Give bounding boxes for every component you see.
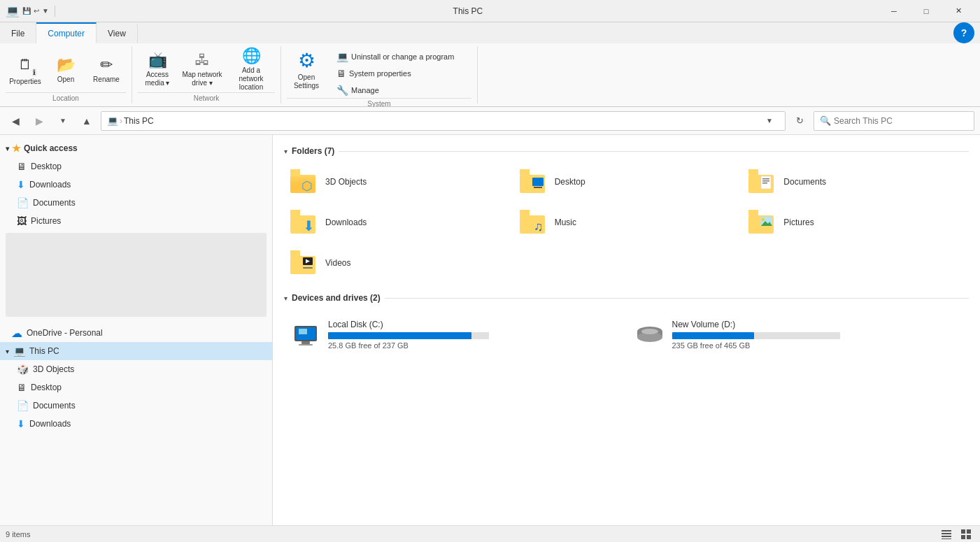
tab-computer[interactable]: Computer bbox=[36, 22, 97, 43]
folders-section-header[interactable]: ▾ Folders (7) bbox=[284, 146, 969, 156]
svg-rect-40 bbox=[942, 533, 951, 534]
sidebar-item-3d-objects[interactable]: 🎲 3D Objects bbox=[0, 360, 272, 378]
tiles-view-button[interactable] bbox=[958, 527, 974, 542]
ribbon-tabs: File Computer View ? bbox=[0, 22, 980, 43]
3d-objects-folder-icon: ⬡ bbox=[290, 168, 318, 196]
item-count: 9 items bbox=[6, 530, 30, 539]
address-bar: ◀ ▶ ▼ ▲ 💻 › This PC ▼ ↻ 🔍 bbox=[0, 107, 980, 135]
details-view-button[interactable] bbox=[938, 527, 955, 542]
sidebar-item-desktop-thispc[interactable]: 🖥 Desktop bbox=[0, 378, 272, 397]
close-button[interactable]: ✕ bbox=[942, 0, 974, 22]
access-media-button[interactable]: 📺 Accessmedia ▾ bbox=[138, 46, 177, 92]
rename-icon: ✏ bbox=[100, 56, 113, 74]
quick-access-save[interactable]: 💾 bbox=[22, 7, 31, 15]
drive-c-bar-bg bbox=[328, 332, 489, 339]
folder-item-music[interactable]: ♫ Music bbox=[513, 204, 740, 241]
status-bar: 9 items bbox=[0, 525, 980, 542]
folder-item-desktop[interactable]: Desktop bbox=[513, 163, 740, 201]
quick-access-chevron: ▾ bbox=[6, 145, 9, 152]
title-bar-icons: 💻 💾 ↩ ▼ bbox=[6, 4, 58, 17]
open-settings-button[interactable]: ⚙ OpenSettings bbox=[287, 46, 326, 92]
map-network-drive-button[interactable]: 🖧 Map networkdrive ▾ bbox=[178, 46, 226, 92]
uninstall-button[interactable]: 💻 Uninstall or change a program bbox=[332, 49, 471, 64]
tab-view[interactable]: View bbox=[97, 22, 138, 43]
sidebar-item-desktop[interactable]: 🖥 Desktop 📌 bbox=[0, 157, 272, 176]
sidebar-downloads-thispc-label: Downloads bbox=[29, 419, 71, 429]
sidebar-item-documents[interactable]: 📄 Documents 📌 bbox=[0, 194, 272, 212]
drives-chevron-icon: ▾ bbox=[284, 294, 287, 302]
svg-marker-4 bbox=[520, 169, 530, 175]
folder-item-3d-objects[interactable]: ⬡ 3D Objects bbox=[284, 163, 511, 201]
search-input[interactable] bbox=[834, 116, 968, 126]
svg-rect-7 bbox=[534, 187, 542, 188]
onedrive-label: OneDrive - Personal bbox=[27, 328, 103, 338]
path-dropdown-button[interactable]: ▼ bbox=[760, 111, 779, 131]
rename-button[interactable]: ✏ Rename bbox=[87, 46, 126, 92]
sidebar-item-thispc[interactable]: ▾ 💻 This PC bbox=[0, 342, 272, 360]
sidebar-item-documents-thispc[interactable]: 📄 Documents bbox=[0, 397, 272, 415]
app-icon: 💻 bbox=[6, 4, 20, 17]
path-segment-computer[interactable]: 💻 bbox=[107, 115, 118, 126]
manage-button[interactable]: 🔧 Manage bbox=[332, 83, 471, 98]
sidebar-item-onedrive[interactable]: ☁ OneDrive - Personal bbox=[0, 324, 272, 342]
drive-d-info: New Volume (D:) 235 GB free of 465 GB bbox=[672, 320, 963, 350]
quick-access-header[interactable]: ▾ ★ Quick access bbox=[0, 139, 272, 157]
quick-access-dropdown[interactable]: ▼ bbox=[42, 7, 49, 15]
open-button[interactable]: 📂 Open bbox=[46, 46, 85, 92]
properties-button[interactable]: 🗒 ℹ Properties bbox=[6, 46, 45, 92]
drives-section-header[interactable]: ▾ Devices and drives (2) bbox=[284, 293, 969, 303]
sidebar: ▾ ★ Quick access 🖥 Desktop 📌 ⬇ Downloads… bbox=[0, 135, 273, 525]
drives-section-title: Devices and drives (2) bbox=[292, 293, 381, 303]
onedrive-icon: ☁ bbox=[11, 327, 22, 340]
up-button[interactable]: ▲ bbox=[77, 111, 97, 131]
drive-item-d[interactable]: New Volume (D:) 235 GB free of 465 GB bbox=[628, 310, 970, 359]
help-button[interactable]: ? bbox=[953, 22, 974, 43]
svg-rect-11 bbox=[762, 178, 769, 180]
sidebar-item-downloads-thispc[interactable]: ⬇ Downloads bbox=[0, 415, 272, 433]
folder-item-documents[interactable]: Documents bbox=[742, 163, 969, 201]
svg-rect-39 bbox=[942, 530, 951, 532]
address-path[interactable]: 💻 › This PC ▼ bbox=[101, 111, 786, 131]
sidebar-item-pictures[interactable]: 🖼 Pictures 📌 bbox=[0, 212, 272, 230]
drive-item-c[interactable]: Local Disk (C:) 25.8 GB free of 237 GB bbox=[284, 310, 625, 359]
quick-access-undo[interactable]: ↩ bbox=[34, 7, 39, 15]
folder-item-videos[interactable]: Videos bbox=[284, 244, 511, 282]
drive-c-icon bbox=[290, 322, 321, 347]
desktop-thispc-icon: 🖥 bbox=[17, 382, 27, 393]
documents-icon: 📄 bbox=[17, 197, 29, 208]
documents-label: Documents bbox=[783, 177, 826, 187]
svg-rect-6 bbox=[532, 178, 544, 186]
minimize-button[interactable]: ─ bbox=[878, 0, 910, 22]
svg-rect-43 bbox=[961, 529, 965, 534]
folders-chevron-icon: ▾ bbox=[284, 148, 287, 155]
recent-locations-button[interactable]: ▼ bbox=[53, 111, 73, 131]
add-network-location-button[interactable]: 🌐 Add a networklocation bbox=[227, 46, 275, 92]
add-network-location-icon: 🌐 bbox=[242, 47, 261, 65]
drives-grid: Local Disk (C:) 25.8 GB free of 237 GB bbox=[284, 310, 969, 359]
back-button[interactable]: ◀ bbox=[6, 111, 25, 131]
uninstall-icon: 💻 bbox=[336, 51, 348, 62]
folder-item-pictures[interactable]: Pictures bbox=[742, 204, 969, 241]
sidebar-item-downloads[interactable]: ⬇ Downloads 📌 bbox=[0, 176, 272, 194]
window-title: This PC bbox=[58, 6, 878, 16]
maximize-button[interactable]: □ bbox=[910, 0, 942, 22]
svg-rect-45 bbox=[961, 535, 965, 539]
system-properties-icon: 🖥 bbox=[336, 68, 346, 79]
search-box[interactable]: 🔍 bbox=[814, 111, 974, 131]
ribbon-group-network: 📺 Accessmedia ▾ 🖧 Map networkdrive ▾ 🌐 A… bbox=[132, 46, 281, 104]
tab-file[interactable]: File bbox=[0, 22, 36, 43]
music-folder-icon: ♫ bbox=[520, 208, 548, 236]
videos-folder-icon bbox=[290, 249, 318, 277]
ribbon-group-location: 🗒 ℹ Properties 📂 Open ✏ Rename Location bbox=[0, 46, 132, 104]
refresh-button[interactable]: ↻ bbox=[790, 111, 809, 131]
folder-item-downloads[interactable]: ⬇ Downloads bbox=[284, 204, 511, 241]
drive-d-bar-bg bbox=[672, 332, 840, 339]
svg-rect-32 bbox=[299, 329, 307, 334]
drive-c-info: Local Disk (C:) 25.8 GB free of 237 GB bbox=[328, 320, 619, 350]
3d-objects-label: 3D Objects bbox=[325, 177, 367, 187]
view-buttons bbox=[938, 527, 974, 542]
system-properties-button[interactable]: 🖥 System properties bbox=[332, 66, 471, 81]
downloads-folder-icon: ⬇ bbox=[290, 208, 318, 236]
drive-c-free: 25.8 GB free of 237 GB bbox=[328, 341, 619, 350]
forward-button[interactable]: ▶ bbox=[29, 111, 49, 131]
